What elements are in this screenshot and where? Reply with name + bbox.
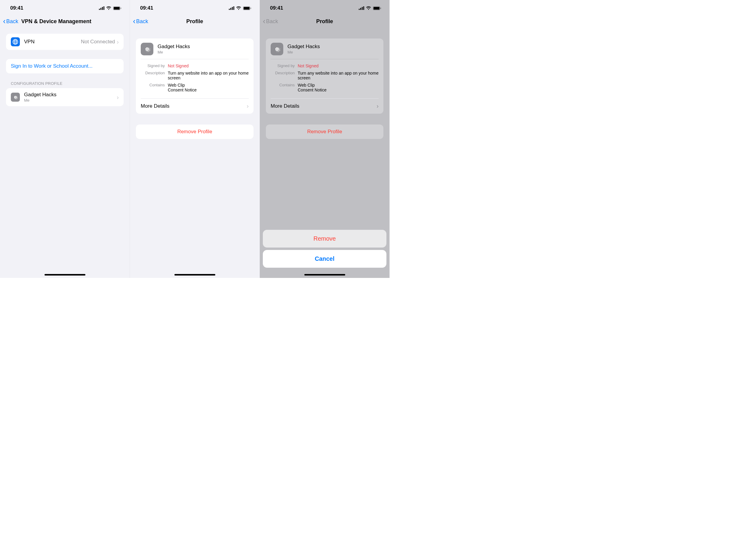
profile-header: Gadget Hacks Me — [136, 38, 253, 59]
svg-rect-20 — [360, 8, 361, 10]
svg-rect-12 — [229, 9, 230, 10]
contains-label: Contains — [271, 83, 295, 92]
status-bar: 09:41 — [0, 0, 130, 15]
globe-icon — [11, 37, 20, 46]
page-title: VPN & Device Management — [21, 18, 92, 25]
content: Gadget Hacks Me Signed by Not Signed Des… — [130, 38, 259, 139]
sheet-cancel-button[interactable]: Cancel — [263, 250, 386, 268]
wifi-icon — [106, 6, 111, 10]
vpn-value: Not Connected — [81, 39, 115, 45]
contains-value: Web Clip Consent Notice — [168, 83, 249, 92]
description-value: Turn any website into an app on your hom… — [298, 71, 378, 80]
back-label: Back — [136, 18, 148, 25]
svg-rect-6 — [121, 8, 121, 9]
status-bar: 09:41 — [130, 0, 259, 15]
remove-profile-button[interactable]: Remove Profile — [136, 124, 253, 139]
more-details-button[interactable]: More Details › — [136, 98, 253, 114]
description-label: Description — [141, 71, 165, 80]
status-time: 09:41 — [10, 5, 23, 11]
svg-rect-22 — [363, 6, 364, 10]
contains-value-1: Web Clip — [168, 83, 249, 88]
chevron-left-icon: ‹ — [3, 17, 6, 25]
chevron-left-icon: ‹ — [133, 17, 136, 25]
svg-rect-1 — [101, 8, 101, 10]
battery-icon — [243, 6, 251, 10]
more-details-label: More Details — [271, 103, 299, 109]
profile-row[interactable]: Gadget Hacks Me › — [6, 88, 124, 106]
profile-detail-card: Gadget Hacks Me Signed by Not Signed Des… — [136, 38, 253, 114]
signed-by-label: Signed by — [271, 63, 295, 68]
gear-icon — [141, 43, 153, 55]
contains-label: Contains — [141, 83, 165, 92]
cellular-icon — [359, 6, 364, 10]
svg-rect-15 — [233, 6, 234, 10]
status-icons — [359, 6, 381, 10]
gear-icon — [11, 93, 20, 102]
profile-detail-card: Gadget Hacks Me Signed by Not Signed Des… — [266, 38, 383, 114]
signed-by-label: Signed by — [141, 63, 165, 68]
profile-name: Gadget Hacks — [288, 43, 320, 50]
back-button[interactable]: ‹ Back — [3, 18, 18, 25]
profile-name: Gadget Hacks — [24, 92, 117, 98]
svg-rect-14 — [232, 7, 233, 10]
description-value: Turn any website into an app on your hom… — [168, 71, 249, 80]
back-button[interactable]: ‹ Back — [133, 18, 148, 25]
action-sheet: Remove Cancel — [263, 230, 386, 268]
profile-card: Gadget Hacks Me › — [6, 88, 124, 106]
page-title: Profile — [130, 18, 259, 25]
signin-card: Sign In to Work or School Account... — [6, 59, 124, 73]
contains-value: Web Clip Consent Notice — [298, 83, 378, 92]
content: VPN Not Connected › Sign In to Work or S… — [0, 34, 130, 106]
screen-vpn-device-management: 09:41 ‹ Back VPN & Device Management VPN… — [0, 0, 130, 278]
status-icons — [229, 6, 251, 10]
detail-rows: Signed by Not Signed Description Turn an… — [266, 59, 383, 97]
signed-by-value: Not Signed — [298, 63, 378, 68]
gear-icon — [271, 43, 283, 55]
remove-profile-label: Remove Profile — [177, 129, 212, 134]
contains-row: Contains Web Clip Consent Notice — [141, 82, 249, 94]
screen-profile: 09:41 ‹ Back Profile Gadget Hacks Me — [130, 0, 260, 278]
vpn-row[interactable]: VPN Not Connected › — [6, 34, 124, 50]
signed-by-row: Signed by Not Signed — [141, 62, 249, 69]
nav-bar: ‹ Back Profile — [260, 15, 389, 28]
signed-by-row: Signed by Not Signed — [271, 62, 378, 69]
contains-value-2: Consent Notice — [168, 88, 249, 92]
signed-by-value: Not Signed — [168, 63, 249, 68]
profile-author: Me — [158, 50, 190, 54]
description-label: Description — [271, 71, 295, 80]
nav-bar: ‹ Back Profile — [130, 15, 259, 28]
svg-rect-17 — [243, 7, 249, 10]
back-button: ‹ Back — [263, 18, 278, 25]
chevron-right-icon: › — [117, 38, 119, 45]
profile-author: Me — [24, 98, 117, 103]
status-bar: 09:41 — [260, 0, 389, 15]
back-label: Back — [6, 18, 18, 25]
home-indicator[interactable] — [174, 274, 215, 275]
profile-name: Gadget Hacks — [158, 43, 190, 50]
svg-rect-3 — [103, 6, 104, 10]
more-details-label: More Details — [141, 103, 169, 109]
battery-icon — [373, 6, 381, 10]
sheet-remove-button[interactable]: Remove — [263, 230, 386, 248]
section-header-config-profile: CONFIGURATION PROFILE — [6, 73, 124, 88]
svg-rect-5 — [114, 7, 120, 10]
divider — [141, 59, 249, 59]
remove-profile-label: Remove Profile — [307, 129, 342, 134]
home-indicator[interactable] — [44, 274, 85, 275]
chevron-left-icon: ‹ — [263, 17, 265, 25]
signin-button[interactable]: Sign In to Work or School Account... — [6, 59, 124, 73]
status-time: 09:41 — [140, 5, 153, 11]
screen-profile-action-sheet: 09:41 ‹ Back Profile Gadget Hacks Me — [260, 0, 390, 278]
svg-rect-21 — [362, 7, 363, 10]
cellular-icon — [99, 6, 104, 10]
svg-rect-2 — [102, 7, 103, 10]
action-sheet-group: Remove — [263, 230, 386, 248]
status-time: 09:41 — [270, 5, 283, 11]
divider — [271, 59, 378, 59]
contains-row: Contains Web Clip Consent Notice — [271, 82, 378, 94]
nav-bar: ‹ Back VPN & Device Management — [0, 15, 130, 28]
home-indicator[interactable] — [304, 274, 345, 275]
chevron-right-icon: › — [246, 103, 249, 110]
svg-rect-24 — [374, 7, 379, 10]
more-details-button: More Details › — [266, 98, 383, 114]
